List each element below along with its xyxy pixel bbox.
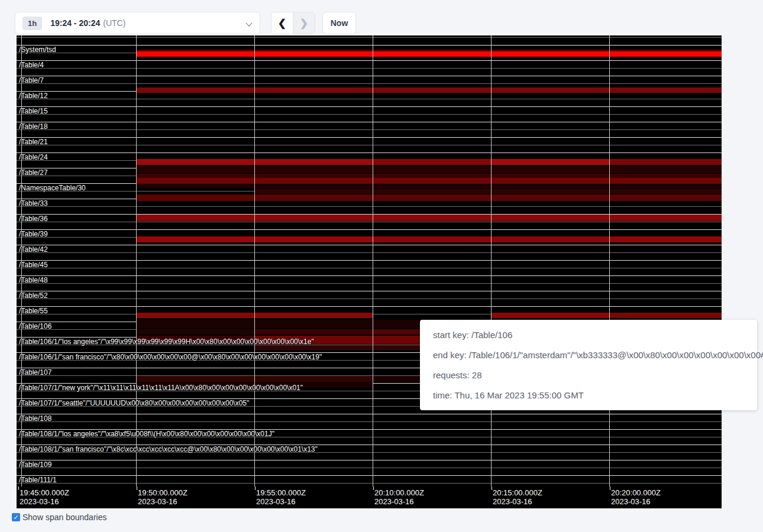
keyviz-canvas[interactable]: /System/tsd/Table/4/Table/7/Table/12/Tab… (17, 35, 722, 508)
row-label: /NamespaceTable/30 (19, 184, 86, 192)
heatmap-band (136, 178, 722, 184)
row-label: /Table/27 (19, 169, 48, 176)
time-range-selector[interactable]: 1h 19:24 - 20:24 (UTC) (15, 12, 260, 34)
heatmap-band (373, 159, 491, 165)
heatmap-band (609, 313, 722, 318)
span-boundary-line (17, 475, 722, 476)
axis-tick (18, 486, 19, 490)
next-time-button: ❯ (293, 12, 315, 34)
grid-line-v (136, 35, 137, 486)
row-label: /Table/52 (19, 292, 48, 299)
axis-tick (492, 486, 492, 490)
axis-tick-label: 19:45:00.000Z 2023-03-16 (20, 488, 69, 506)
key-visualizer-page: 1h 19:24 - 20:24 (UTC) ❮ ❯ Now /System/t… (0, 0, 763, 532)
time-range-text: 19:24 - 20:24 (50, 18, 100, 28)
span-boundary-line (17, 460, 722, 460)
axis-tick-label: 19:50:00.000Z 2023-03-16 (138, 488, 187, 506)
heatmap-band (136, 174, 722, 178)
span-boundary-line (17, 306, 722, 307)
row-label: /Table/4 (19, 61, 44, 69)
row-label: /Table/106 (19, 323, 51, 330)
span-boundary-line (17, 229, 722, 230)
grid-line-h-minor (17, 99, 722, 99)
row-label: /Table/109 (19, 461, 51, 468)
span-boundary-line (17, 291, 722, 291)
grid-line-v (609, 35, 610, 486)
duration-badge: 1h (22, 17, 42, 30)
row-label: /Table/42 (19, 246, 48, 253)
show-span-boundaries-toggle[interactable]: ✓ Show span boundaries (12, 512, 106, 522)
heatmap-band (254, 329, 373, 335)
row-label: /Table/33 (19, 200, 48, 207)
show-span-boundaries-label: Show span boundaries (22, 512, 106, 522)
grid-line-v (491, 35, 492, 486)
row-label: /Table/107/1/"new york"/"\x11\x11\x11\x1… (19, 384, 303, 391)
row-label: /Table/39 (19, 231, 48, 238)
row-label: /Table/107/1/"seattle"/"UUUUUUD\x00\x80\… (19, 400, 249, 407)
span-boundary-line (17, 76, 722, 76)
span-boundary-line (17, 45, 722, 46)
grid-line-h-minor (17, 129, 722, 130)
chevron-down-icon (247, 20, 253, 26)
checkbox-checked-icon[interactable]: ✓ (12, 513, 20, 521)
row-label: /Table/15 (19, 108, 48, 115)
axis-tick-label: 20:15:00.000Z 2023-03-16 (493, 488, 542, 506)
prev-time-button[interactable]: ❮ (271, 12, 293, 34)
grid-line-h-minor (17, 37, 722, 38)
row-label: /Table/55 (19, 307, 48, 314)
heatmap-band (136, 184, 722, 188)
span-boundary-line (17, 414, 722, 414)
heatmap-band (136, 51, 722, 57)
row-label: /Table/108/1/"san francisco"/"\x8c\xcc\x… (19, 446, 318, 453)
span-boundary-line (17, 137, 722, 138)
grid-line-h-minor (17, 468, 722, 468)
grid-line-h-minor (17, 206, 722, 207)
heatmap-band (609, 159, 722, 165)
grid-line-h-minor (17, 68, 722, 69)
heatmap-band (491, 313, 609, 318)
heatmap-band (136, 329, 254, 335)
tooltip-requests: requests: 28 (433, 365, 744, 385)
heatmap-band (491, 159, 609, 165)
axis-tick (610, 486, 610, 490)
row-label: /Table/108/1/"los angeles"/"\xa8\xf5\u00… (19, 430, 274, 437)
axis-tick (373, 486, 374, 490)
tooltip-time: time: Thu, 16 Mar 2023 19:55:00 GMT (433, 385, 744, 406)
heatmap-band (136, 194, 722, 201)
row-label: /Table/107 (19, 369, 51, 376)
axis-tick-label: 20:10:00.000Z 2023-03-16 (374, 488, 424, 506)
span-boundary-line (17, 275, 722, 276)
now-button[interactable]: Now (322, 12, 356, 34)
grid-line-h-minor (17, 283, 722, 284)
row-label: /Table/106/1/"san francisco"/"\x80\x00\x… (19, 353, 322, 361)
tooltip-start-key: start key: /Table/106 (433, 325, 744, 345)
heatmap-band (136, 215, 722, 221)
heatmap-band (136, 166, 722, 173)
tooltip-end-key: end key: /Table/106/1/"amsterdam"/"\xb33… (433, 345, 744, 365)
row-label: /Table/48 (19, 277, 48, 284)
heatmap-band (609, 236, 722, 242)
heatmap-band (254, 189, 722, 194)
heatmap-band (136, 87, 722, 93)
span-boundary-line (17, 260, 722, 261)
row-label: /Table/45 (19, 261, 48, 268)
span-tooltip: start key: /Table/106 end key: /Table/10… (420, 320, 757, 410)
grid-line-h-minor (17, 145, 722, 145)
row-label: /Table/12 (19, 92, 48, 99)
row-label: /Table/24 (19, 154, 48, 161)
span-boundary-line (17, 245, 722, 245)
row-label: /Table/21 (19, 138, 48, 145)
grid-line-h-minor (17, 114, 722, 115)
axis-tick-label: 20:20:00.000Z 2023-03-16 (611, 488, 661, 506)
grid-line-v (254, 35, 255, 486)
span-boundary-line (17, 106, 722, 107)
row-label: /Table/111/1 (19, 476, 57, 484)
row-label: /Table/108 (19, 415, 51, 422)
axis-tick (255, 486, 256, 490)
row-label: /Table/7 (19, 77, 44, 84)
time-nav-group: ❮ ❯ (271, 12, 315, 34)
grid-line-h-minor (17, 421, 722, 422)
row-label: /System/tsd (19, 46, 56, 53)
span-boundary-line (17, 60, 722, 61)
grid-line-h-minor (17, 83, 722, 84)
